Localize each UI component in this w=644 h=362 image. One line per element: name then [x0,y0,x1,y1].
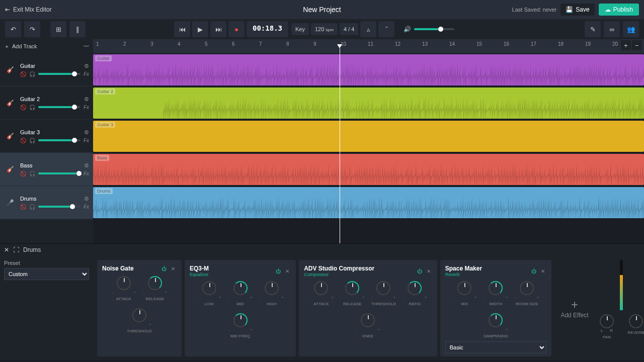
gear-icon[interactable]: ⚙ [84,129,89,136]
solo-button[interactable]: 🎧 [29,171,35,176]
knob-mid[interactable] [233,281,248,295]
track-row[interactable]: 🎸 Guitar 3⚙ 🚫 🎧 Fx [0,120,93,153]
mute-button[interactable]: 🚫 [20,138,26,143]
clip-lane[interactable]: Guitar 3 [93,120,644,153]
metronome-button[interactable]: ▵ [360,21,376,37]
publish-button[interactable]: ☁ Publish [599,4,639,16]
close-icon[interactable]: ✕ [425,267,432,275]
knob-room-size[interactable] [520,281,534,295]
skip-forward-button[interactable]: ⏭ [210,21,226,37]
mute-button[interactable]: 🚫 [20,171,26,176]
reverb-knob[interactable] [629,314,643,328]
solo-button[interactable]: 🎧 [29,71,35,77]
gear-icon[interactable]: ⚙ [84,63,89,69]
audio-clip[interactable]: Bass [93,154,644,185]
power-icon[interactable]: ⏻ [160,265,168,272]
close-effects-button[interactable]: ✕ [4,246,9,253]
knob-threshold[interactable] [376,281,390,295]
knob-release[interactable] [148,276,162,290]
fx-button[interactable]: Fx [84,105,89,110]
key-display[interactable]: Key [291,23,309,35]
master-volume[interactable]: 🔊 [404,26,454,33]
save-button[interactable]: 💾 Save [560,4,594,16]
solo-button[interactable]: 🎧 [29,138,35,143]
audio-clip[interactable]: Guitar [93,54,644,85]
mute-button[interactable]: 🚫 [20,71,26,77]
gear-icon[interactable]: ⚙ [84,196,89,202]
timeline[interactable]: + − 1234567891011121314151617181920 Guit… [93,39,644,243]
close-icon[interactable]: ✕ [539,267,546,275]
track-volume-slider[interactable] [38,172,80,174]
record-button[interactable]: ● [228,21,245,37]
automation-icon[interactable]: 〰 [84,43,89,49]
audio-clip[interactable]: Guitar 3 [93,121,644,152]
fx-button[interactable]: Fx [84,204,89,210]
mute-button[interactable]: 🚫 [20,105,26,110]
track-volume-slider[interactable] [38,106,80,108]
mute-button[interactable]: 🚫 [20,204,26,210]
pan-knob[interactable] [600,314,614,328]
tempo-display[interactable]: 120 bpm [311,23,338,35]
close-icon[interactable]: ✕ [170,265,177,272]
dropdown-button[interactable]: ˇ [378,21,394,37]
track-row[interactable]: 🎤 Drums⚙ 🚫 🎧 Fx [0,186,93,219]
audio-clip[interactable]: Guitar 2 [93,87,644,119]
module-preset-select[interactable]: Basic [445,341,546,353]
pencil-button[interactable]: ✎ [585,21,601,37]
knob-low[interactable] [202,281,216,295]
clip-lane[interactable]: Drums [93,186,644,219]
gear-icon[interactable]: ⚙ [84,162,89,169]
timesig-display[interactable]: 4 / 4 [340,23,358,35]
knob-attack[interactable] [117,276,131,290]
track-volume-slider[interactable] [38,73,80,75]
power-icon[interactable]: ⏻ [416,267,423,275]
preset-select[interactable]: Custom [4,268,89,280]
knob-threshold[interactable] [132,308,146,322]
undo-button[interactable]: ↶ [5,21,21,37]
add-track-button[interactable]: ＋ Add Track [4,43,37,50]
track-row[interactable]: 🎸 Guitar 2⚙ 🚫 🎧 Fx [0,86,93,120]
zoom-in-button[interactable]: + [621,40,631,50]
track-volume-slider[interactable] [38,139,80,141]
split-button[interactable]: ∥ [69,21,86,37]
knob-mix[interactable] [457,281,471,295]
gear-icon[interactable]: ⚙ [84,96,89,103]
fx-button[interactable]: Fx [84,71,89,77]
clip-lane[interactable]: Guitar 2 [93,86,644,120]
clip-lane[interactable]: Bass [93,153,644,186]
loop-button[interactable]: ∞ [604,21,620,37]
knob-width[interactable] [489,281,503,295]
audio-clip[interactable]: Drums [93,187,644,218]
redo-button[interactable]: ↷ [24,21,40,37]
track-row[interactable]: 🎸 Guitar⚙ 🚫 🎧 Fx [0,53,93,86]
track-row[interactable]: 🎸 Bass⚙ 🚫 🎧 Fx [0,153,93,186]
clip-lane[interactable]: Guitar [93,53,644,86]
expand-effects-button[interactable]: ⛶ [13,246,19,253]
power-icon[interactable]: ⏻ [275,267,282,275]
knob-knee[interactable] [361,313,375,327]
fx-button[interactable]: Fx [84,171,89,176]
time-display[interactable]: 00:18.3 [247,21,288,37]
play-button[interactable]: ▶ [192,21,208,37]
knob-attack[interactable] [314,281,328,295]
power-icon[interactable]: ⏻ [530,267,537,275]
project-title[interactable]: New Project [303,6,341,14]
skip-back-button[interactable]: ⏮ [174,21,190,37]
knob-dampening[interactable] [489,313,503,327]
close-icon[interactable]: ✕ [284,267,291,275]
add-effect-button[interactable]: +Add Effect [554,260,595,356]
ruler[interactable]: + − 1234567891011121314151617181920 [93,39,644,53]
zoom-out-button[interactable]: − [632,40,642,50]
collab-button[interactable]: 👥 [623,21,639,37]
knob-high[interactable] [265,281,279,295]
playhead[interactable] [340,48,340,243]
track-volume-slider[interactable] [38,206,80,208]
knob-ratio[interactable] [408,281,422,295]
snap-button[interactable]: ⊞ [50,21,66,37]
exit-button[interactable]: ⇤ Exit Mix Editor [5,6,52,13]
solo-button[interactable]: 🎧 [29,105,35,110]
knob-mid-freq[interactable] [233,313,248,327]
solo-button[interactable]: 🎧 [29,204,35,210]
fx-button[interactable]: Fx [84,138,89,143]
knob-release[interactable] [345,281,359,295]
